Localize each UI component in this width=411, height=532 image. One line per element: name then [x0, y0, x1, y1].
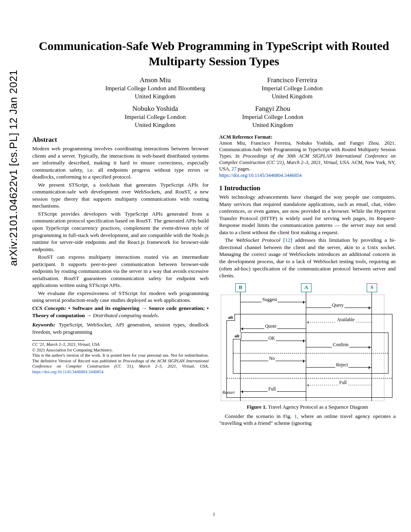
- footnote-copyright: © 2021 Association for Computing Machine…: [32, 347, 209, 353]
- abstract-heading: Abstract: [32, 135, 209, 144]
- abstract-para: STScript provides developers with TypeSc…: [32, 210, 209, 253]
- intro-para: The WebSocket Protocol [12] addresses th…: [219, 237, 396, 279]
- footnote-block: CC '21, March 2–3, 2021, Virtual, USA © …: [32, 342, 209, 374]
- citation-link[interactable]: 12: [285, 237, 290, 243]
- msg-label-confirm: Confirm: [332, 342, 349, 348]
- intro-para: Web technology advancements have changed…: [219, 193, 396, 236]
- author-name: Nobuko Yoshida: [125, 104, 186, 113]
- figure-1: B A S Suggest Query alt: [219, 283, 396, 410]
- author-country: United Kingdom: [242, 121, 303, 129]
- author-name: Anson Miu: [105, 76, 205, 85]
- section-heading-intro: 1 Introduction: [219, 184, 396, 193]
- msg-label-no: No: [268, 355, 276, 362]
- msg-label-query: Query: [331, 302, 345, 308]
- author-affil: Imperial College London: [242, 113, 303, 121]
- msg-label-quote: Quote: [264, 323, 277, 329]
- abstract-para: Modern web programming involves coordina…: [32, 145, 209, 181]
- two-column-body: Abstract Modern web programming involves…: [32, 133, 396, 428]
- actor-box-s: S: [367, 283, 377, 292]
- author-block: Anson Miu Imperial College London and Bl…: [105, 76, 205, 100]
- figure-number: Figure 1.: [247, 404, 267, 410]
- author-block: Francisco Ferreira Imperial College Lond…: [262, 76, 323, 100]
- acm-ref-format-body: Anson Miu, Francisco Ferreira, Nobuko Yo…: [219, 140, 396, 179]
- intro-para: Consider the scenario in Fig. 1, where a…: [219, 413, 396, 427]
- author-affil: Imperial College London: [262, 85, 323, 93]
- msg-label-suggest: Suggest: [262, 297, 278, 303]
- author-block: Nobuko Yoshida Imperial College London U…: [125, 104, 186, 129]
- authors-row-1: Anson Miu Imperial College London and Bl…: [32, 76, 396, 100]
- alt-label: alt: [233, 332, 241, 340]
- ccs-concepts: CCS Concepts: • Software and its enginee…: [32, 305, 209, 319]
- actor-box-b: B: [235, 283, 246, 292]
- footnote-body: This is the author's version of the work…: [32, 353, 209, 374]
- acm-ref-format-heading: ACM Reference Format:: [219, 134, 396, 140]
- doi-link[interactable]: https://doi.org/10.1145/3446804.3446854: [32, 370, 103, 374]
- figure-caption: Figure 1. Travel Agency Protocol as a Se…: [219, 403, 396, 410]
- author-country: United Kingdom: [125, 121, 186, 129]
- keywords: Keywords: TypeScript, WebSocket, API gen…: [32, 321, 209, 335]
- author-country: United Kingdom: [262, 93, 323, 101]
- ccs-label: CCS Concepts:: [32, 305, 66, 311]
- author-country: United Kingdom: [105, 93, 205, 101]
- actor-box-a: A: [301, 283, 311, 292]
- msg-label-full2: Full: [268, 386, 277, 392]
- page-count-link[interactable]: 27: [232, 166, 237, 172]
- doi-link[interactable]: https://doi.org/10.1145/3446804.3446854: [219, 172, 302, 178]
- author-name: Fangyi Zhou: [242, 104, 303, 113]
- right-column: ACM Reference Format: Anson Miu, Francis…: [219, 133, 396, 428]
- arxiv-identifier: arXiv:2101.04622v1 [cs.PL] 12 Jan 2021: [7, 70, 20, 266]
- authors-row-2: Nobuko Yoshida Imperial College London U…: [32, 104, 396, 129]
- msg-label-ok: OK: [268, 335, 276, 341]
- keywords-label: Keywords:: [32, 322, 56, 328]
- msg-label-reject: Reject: [335, 362, 349, 368]
- msg-label-available: Available: [336, 317, 355, 323]
- abstract-para: We evaluate the expressiveness of STScri…: [32, 290, 209, 304]
- abstract-para: We present STScript, a toolchain that ge…: [32, 181, 209, 210]
- author-block: Fangyi Zhou Imperial College London Unit…: [242, 104, 303, 129]
- author-affil: Imperial College London and Bloomberg: [105, 85, 205, 93]
- page-number: 1: [213, 511, 215, 517]
- author-name: Francisco Ferreira: [262, 76, 323, 85]
- alt-separator: [227, 378, 392, 378]
- alt-separator: [233, 353, 388, 353]
- page-content: Communication-Safe Web Programming in Ty…: [32, 38, 396, 520]
- footnote-rule: [32, 340, 85, 341]
- left-column: Abstract Modern web programming involves…: [32, 133, 209, 428]
- author-affil: Imperial College London: [125, 113, 186, 121]
- figure-ref-link[interactable]: 1: [294, 413, 297, 419]
- alt-label: alt: [226, 314, 235, 321]
- sequence-diagram: B A S Suggest Query alt: [219, 283, 396, 401]
- paper-title: Communication-Safe Web Programming in Ty…: [32, 38, 396, 69]
- footnote-venue: CC '21, March 2–3, 2021, Virtual, USA: [32, 342, 209, 347]
- restart-label: Restart: [222, 390, 235, 395]
- msg-label-full: Full: [338, 380, 348, 386]
- abstract-para: RouST can express multiparty interaction…: [32, 254, 209, 289]
